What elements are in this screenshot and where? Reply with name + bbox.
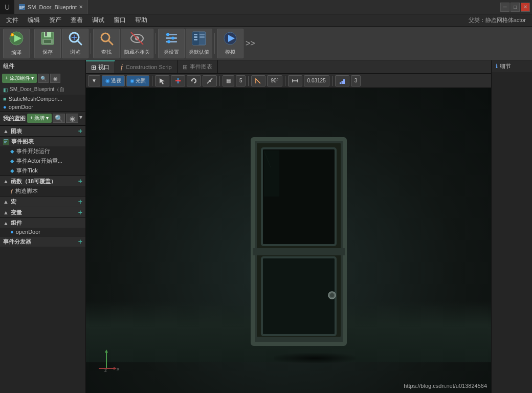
blueprint-path: ◧ SM_Door_Blueprint（自 xyxy=(0,84,85,95)
new-btn[interactable]: + 新增 ▾ xyxy=(27,114,52,123)
perspective-label: 透视 xyxy=(111,77,121,84)
angle-snap-btn[interactable] xyxy=(251,75,265,86)
event-graph-tab-label: 事件图表 xyxy=(190,63,212,71)
vp-sep-1 xyxy=(152,76,152,86)
level-btn[interactable] xyxy=(335,75,349,86)
scale-snap-icon xyxy=(292,77,299,84)
open-door-var[interactable]: ● openDoor xyxy=(0,228,85,236)
vp-down-btn[interactable]: ▼ xyxy=(88,75,100,86)
title-bar: U BP SM_Door_Blueprint ✕ ─ □ ✕ xyxy=(0,0,532,14)
menu-edit[interactable]: 编辑 xyxy=(24,15,44,26)
maximize-btn[interactable]: □ xyxy=(511,3,520,12)
parent-class-label: 父类：静态网格体actor xyxy=(469,16,530,24)
minimize-btn[interactable]: ─ xyxy=(500,3,509,12)
browse-label: 浏览 xyxy=(70,49,80,56)
open-door-component-item[interactable]: ● openDoor xyxy=(0,103,85,111)
lighting-btn[interactable]: ◉ 光照 xyxy=(126,75,149,86)
variables-arrow: ▲ xyxy=(3,209,9,215)
menu-file[interactable]: 文件 xyxy=(2,15,23,26)
3d-viewport[interactable]: Z X https://blog.csdn.net/u013824564 xyxy=(86,88,491,393)
menu-asset[interactable]: 资产 xyxy=(45,15,65,26)
construct-script-item[interactable]: ƒ 构造脚本 xyxy=(0,186,85,196)
macros-add-btn[interactable]: + xyxy=(78,198,82,206)
level-value: 3 xyxy=(354,78,358,83)
class-defaults-label: 类默认值 xyxy=(189,49,209,56)
component-search-btn[interactable]: 🔍 xyxy=(38,74,49,83)
watermark: https://blog.csdn.net/u013824564 xyxy=(404,383,487,389)
door-model xyxy=(248,137,350,353)
add-component-btn[interactable]: + 添加组件 ▾ xyxy=(2,74,37,83)
menu-help[interactable]: 帮助 xyxy=(131,15,151,26)
graphs-label: ▲图表 xyxy=(3,127,22,135)
select-mode-btn[interactable] xyxy=(155,75,169,86)
my-blueprint-title: 我的蓝图 xyxy=(3,115,26,122)
menu-view[interactable]: 查看 xyxy=(66,15,87,26)
bp-settings-btn[interactable]: ▾ xyxy=(79,114,82,123)
svg-rect-29 xyxy=(194,34,197,35)
hide-unrelated-btn[interactable]: 隐藏不相关 xyxy=(121,29,153,58)
open-door-var-label: openDoor xyxy=(16,229,40,235)
tab-construction-script[interactable]: ƒ Construction Scrip xyxy=(115,60,178,73)
variables-add-btn[interactable]: + xyxy=(78,208,82,216)
level-icon xyxy=(339,77,346,84)
svg-text:BP: BP xyxy=(19,5,25,10)
functions-label: ▲函数（18可覆盖） xyxy=(3,178,56,185)
level-value-btn[interactable]: 3 xyxy=(351,75,361,86)
browse-btn[interactable]: 浏览 xyxy=(62,29,88,58)
scale-icon xyxy=(206,77,213,84)
blueprint-name: SM_Door_Blueprint（自 xyxy=(10,86,64,93)
toolbar-expand[interactable]: >> xyxy=(245,38,256,49)
menu-debug[interactable]: 调试 xyxy=(88,15,108,26)
event-diamond-2: ◆ xyxy=(10,158,14,164)
find-btn[interactable]: 查找 xyxy=(93,29,120,58)
translate-icon xyxy=(174,77,182,84)
find-label: 查找 xyxy=(101,49,112,56)
scale-btn[interactable] xyxy=(203,75,217,86)
save-btn[interactable]: 保存 xyxy=(34,29,61,58)
grid-snap-btn[interactable]: ▦ xyxy=(223,75,234,86)
main-toolbar: ! 编译 保存 浏 xyxy=(0,27,532,60)
title-tab[interactable]: BP SM_Door_Blueprint ✕ xyxy=(14,0,87,14)
viewport-tab-icon: ⊞ xyxy=(91,64,96,71)
menu-window[interactable]: 窗口 xyxy=(109,15,130,26)
viewport-tab-label: 视口 xyxy=(98,63,109,71)
menu-bar: 文件 编辑 资产 查看 调试 窗口 帮助 父类：静态网格体actor xyxy=(0,14,532,27)
functions-add-btn[interactable]: + xyxy=(78,177,82,185)
compile-label: 编译 xyxy=(11,49,21,56)
rotate-btn[interactable] xyxy=(187,75,201,86)
tab-event-graph[interactable]: ⊞ 事件图表 xyxy=(178,60,218,73)
angle-value-btn[interactable]: 90° xyxy=(267,75,282,86)
open-door-label: openDoor xyxy=(9,104,33,110)
graphs-arrow: ▲ xyxy=(3,128,9,134)
bp-eye-btn[interactable]: ◉ xyxy=(66,114,78,123)
simulate-btn[interactable]: 模拟 xyxy=(217,29,243,58)
component-filter-btn[interactable]: ◉ xyxy=(50,74,60,83)
event-dispatchers-add-btn[interactable]: + xyxy=(78,237,82,246)
close-btn[interactable]: ✕ xyxy=(521,3,530,12)
construct-script-label: 构造脚本 xyxy=(15,187,38,195)
class-settings-btn[interactable]: 类设置 xyxy=(158,29,185,58)
svg-rect-31 xyxy=(194,39,197,40)
components-title: 组件 xyxy=(3,62,14,70)
bp-search-btn[interactable]: 🔍 xyxy=(53,114,65,123)
scale-value-btn[interactable]: 0.03125 xyxy=(304,75,329,86)
scale-snap-btn[interactable] xyxy=(288,75,302,86)
tab-close[interactable]: ✕ xyxy=(79,4,83,10)
event-actor-begin-overlap[interactable]: ◆ 事件Actor开始重... xyxy=(0,156,85,166)
vp-sep-4 xyxy=(285,76,285,86)
my-blueprint-panel: 我的蓝图 + 新增 ▾ 🔍 ◉ ▾ ▲图表 + 事件图表 xyxy=(0,112,85,393)
graphs-add-btn[interactable]: + xyxy=(78,127,82,135)
details-title: 细节 xyxy=(500,62,511,70)
event-tick[interactable]: ◆ 事件Tick xyxy=(0,166,85,176)
grid-value-btn[interactable]: 5 xyxy=(236,75,246,86)
svg-marker-68 xyxy=(105,350,108,353)
class-defaults-btn[interactable]: 类默认值 xyxy=(186,29,212,58)
perspective-btn[interactable]: ◉ 透视 xyxy=(102,75,125,86)
translate-btn[interactable] xyxy=(171,75,185,86)
event-begin-play[interactable]: ◆ 事件开始运行 xyxy=(0,146,85,156)
static-mesh-component-item[interactable]: ■ StaticMeshCompon... xyxy=(0,95,85,103)
category-graphs: ▲图表 + xyxy=(0,125,85,136)
tab-viewport[interactable]: ⊞ 视口 xyxy=(86,60,115,73)
components-bp-arrow: ▲ xyxy=(3,220,9,226)
compile-btn[interactable]: ! 编译 xyxy=(3,29,30,58)
